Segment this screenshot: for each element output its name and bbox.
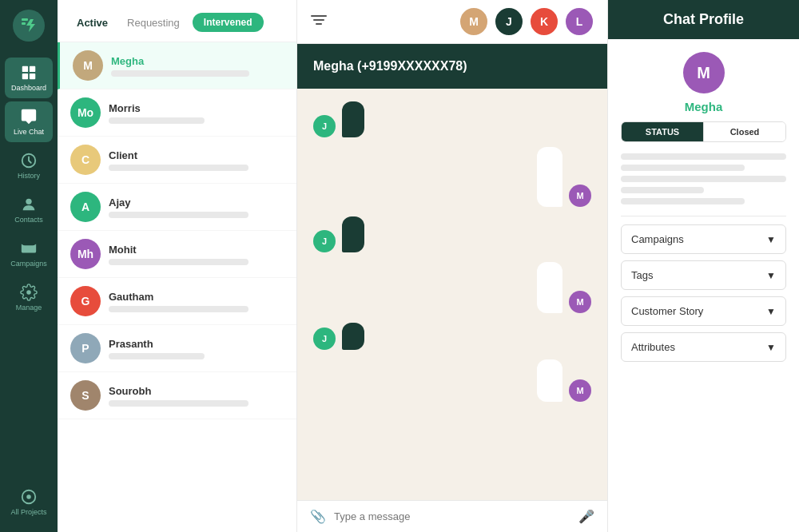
chat-avatar: P: [70, 333, 101, 363]
dropdown-tags[interactable]: Tags ▼: [621, 260, 786, 290]
chat-main: MJKL Megha (+9199XXXXXX78) J M J: [297, 0, 607, 532]
chat-avatar: A: [70, 192, 101, 222]
dropdown-label: Tags: [631, 269, 653, 281]
sidebar-label-manage: Manage: [16, 304, 42, 312]
chat-input-bar: 📎 🎤: [297, 500, 607, 532]
chat-list-item[interactable]: S Sourobh: [58, 372, 296, 419]
chat-title: Megha (+9199XXXXXX78): [313, 59, 467, 73]
chat-preview: [109, 306, 248, 312]
dropdown-attributes[interactable]: Attributes ▼: [621, 332, 786, 362]
chevron-down-icon: ▼: [766, 270, 776, 281]
chat-list-item[interactable]: G Gautham: [58, 278, 296, 325]
chat-name: Client: [109, 149, 284, 161]
dropdown-customer-story[interactable]: Customer Story ▼: [621, 296, 786, 326]
sidebar-item-live-chat[interactable]: Live Chat: [5, 101, 53, 142]
message-bubble-received: [537, 262, 562, 313]
chat-avatar: C: [70, 145, 101, 175]
sidebar-label-dashboard: Dashboard: [11, 84, 46, 92]
profile-line: [621, 176, 786, 182]
svg-rect-5: [30, 73, 35, 79]
status-button[interactable]: STATUS: [622, 122, 703, 141]
profile-body: M Megha STATUS Closed Campaigns ▼ Tags ▼…: [608, 39, 799, 532]
sidebar-item-campaigns[interactable]: Campaigns: [5, 233, 53, 274]
message-avatar: J: [313, 230, 336, 252]
chat-list-panel: Active Requesting Intervened M Megha Mo …: [58, 0, 297, 532]
svg-rect-2: [22, 66, 28, 72]
chevron-down-icon: ▼: [766, 306, 776, 317]
closed-button[interactable]: Closed: [703, 122, 785, 141]
dropdown-label: Attributes: [631, 341, 675, 353]
message-avatar: M: [569, 291, 591, 313]
chat-info: Morris: [109, 102, 284, 124]
sidebar-label-history: History: [18, 172, 40, 180]
microphone-icon[interactable]: 🎤: [578, 509, 594, 524]
chat-name: Megha: [111, 55, 284, 67]
sidebar-label-campaigns: Campaigns: [10, 260, 47, 268]
chat-preview: [109, 353, 205, 359]
chat-list-item[interactable]: Mh Mohit: [58, 231, 296, 278]
dropdowns-container: Campaigns ▼ Tags ▼ Customer Story ▼ Attr…: [621, 224, 786, 362]
online-avatar: M: [459, 6, 489, 37]
chat-preview: [109, 400, 248, 407]
chat-avatar: M: [73, 50, 103, 81]
chat-name: Morris: [109, 102, 284, 114]
sidebar-item-all-projects[interactable]: All Projects: [5, 482, 53, 522]
chat-info: Client: [109, 149, 284, 171]
chat-avatar: G: [70, 286, 101, 316]
chat-preview: [109, 117, 205, 124]
sidebar-label-all-projects: All Projects: [10, 508, 46, 516]
chat-avatar: Mh: [70, 239, 101, 269]
chat-list-item[interactable]: M Megha: [58, 42, 296, 89]
tab-requesting[interactable]: Requesting: [121, 14, 186, 32]
profile-name: Megha: [621, 100, 786, 113]
message-bubble-sent: [342, 323, 364, 350]
tab-intervened[interactable]: Intervened: [193, 13, 264, 32]
sidebar-label-live-chat: Live Chat: [14, 128, 44, 136]
svg-rect-3: [30, 66, 35, 72]
chevron-down-icon: ▼: [766, 342, 776, 353]
message-input[interactable]: [334, 510, 570, 522]
chat-info: Megha: [111, 55, 284, 77]
sidebar: Dashboard Live Chat History Contacts Cam…: [0, 0, 58, 532]
chat-info: Gautham: [109, 291, 284, 312]
chat-main-header: Megha (+9199XXXXXX78): [297, 44, 607, 89]
message-row: J: [313, 216, 591, 252]
message-avatar: M: [569, 379, 591, 402]
svg-point-7: [26, 199, 31, 204]
sidebar-item-manage[interactable]: Manage: [5, 277, 53, 318]
message-row: M: [313, 359, 591, 402]
chat-name: Sourobh: [109, 385, 284, 397]
chat-preview: [111, 70, 249, 77]
chat-list-item[interactable]: Mo Morris: [58, 89, 296, 137]
chat-list-item[interactable]: P Prasanth: [58, 325, 296, 372]
message-row: J: [313, 101, 591, 137]
chat-list-item[interactable]: A Ajay: [58, 184, 296, 231]
dropdown-campaigns[interactable]: Campaigns ▼: [621, 224, 786, 254]
profile-avatar-wrap: M: [621, 52, 786, 93]
svg-rect-0: [22, 18, 28, 21]
online-avatar: K: [529, 6, 559, 37]
attachment-icon[interactable]: 📎: [310, 509, 326, 524]
sidebar-item-history[interactable]: History: [5, 145, 53, 186]
sidebar-item-dashboard[interactable]: Dashboard: [5, 58, 53, 98]
message-avatar: J: [313, 115, 336, 137]
message-bubble-received: [537, 359, 562, 402]
online-avatar: J: [494, 6, 524, 37]
online-avatar: L: [564, 6, 594, 37]
logo[interactable]: [13, 10, 45, 42]
sidebar-item-contacts[interactable]: Contacts: [5, 189, 53, 230]
dropdown-label: Campaigns: [631, 233, 684, 245]
chat-info: Prasanth: [109, 338, 284, 359]
filter-icon[interactable]: [310, 13, 328, 30]
profile-line: [621, 198, 745, 204]
dropdown-label: Customer Story: [631, 305, 703, 317]
chat-info: Sourobh: [109, 385, 284, 407]
chat-list-item[interactable]: C Client: [58, 137, 296, 184]
chat-name: Ajay: [109, 197, 284, 208]
chat-list: M Megha Mo Morris C Client A Ajay Mh Moh…: [58, 42, 296, 532]
chat-messages: J M J M: [297, 89, 607, 500]
svg-rect-4: [22, 73, 28, 79]
chat-preview: [109, 165, 248, 171]
message-bubble-received: [537, 147, 562, 207]
tab-active[interactable]: Active: [70, 14, 114, 32]
